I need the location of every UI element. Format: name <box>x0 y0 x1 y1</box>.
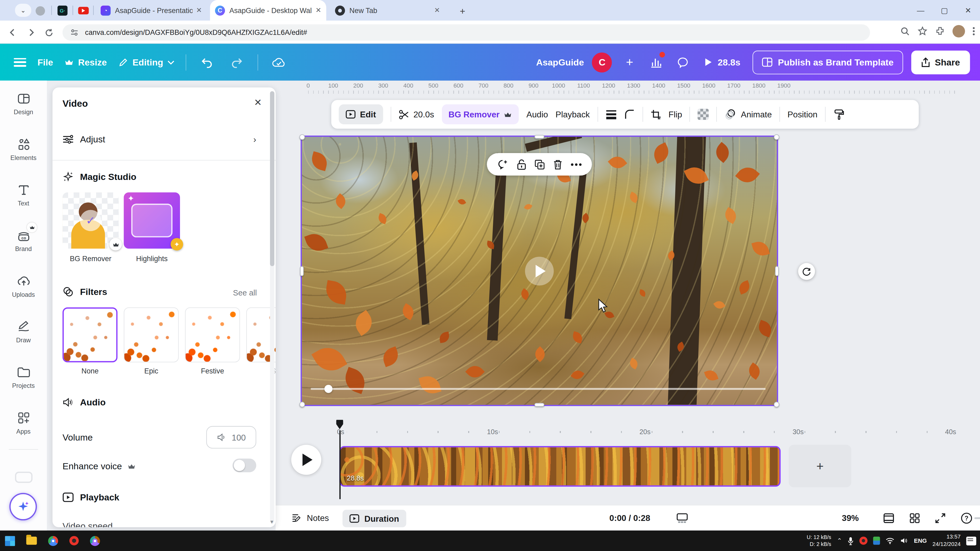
help-button[interactable]: ? <box>961 505 972 531</box>
tray-recorder-icon[interactable] <box>860 537 868 545</box>
fullscreen-button[interactable] <box>935 505 946 531</box>
extensions-icon[interactable] <box>935 26 945 37</box>
sidebar-item-projects[interactable]: Projects <box>0 354 47 400</box>
pinned-tab-youtube[interactable] <box>76 3 91 18</box>
video-progress-bar[interactable] <box>310 388 765 390</box>
zoom-icon[interactable] <box>900 26 910 37</box>
resize-handle-s[interactable] <box>535 403 545 407</box>
trim-button[interactable]: 20.0s <box>398 109 434 120</box>
tab-close-icon[interactable]: ✕ <box>196 6 202 14</box>
enhance-voice-toggle[interactable] <box>232 459 256 472</box>
bookmark-star-icon[interactable] <box>918 26 928 37</box>
site-settings-icon[interactable] <box>70 28 79 37</box>
start-button[interactable] <box>5 536 15 546</box>
minimize-button[interactable]: — <box>908 0 932 21</box>
invite-member-button[interactable]: + <box>620 53 639 71</box>
panel-close-button[interactable]: ✕ <box>254 97 262 108</box>
duration-button[interactable]: Duration <box>342 510 406 527</box>
play-preview-button[interactable]: 28.8s <box>701 57 744 67</box>
sidebar-item-brand[interactable]: co Brand <box>0 218 47 263</box>
bg-remover-tool[interactable]: ✓ <box>62 192 119 249</box>
microphone-icon[interactable] <box>848 536 854 545</box>
filter-epic[interactable] <box>124 307 179 362</box>
add-page-button[interactable]: + <box>789 445 851 487</box>
flip-button[interactable]: Flip <box>668 110 682 119</box>
page-manager-button[interactable] <box>883 505 894 531</box>
main-menu-button[interactable] <box>14 58 26 67</box>
weight-button[interactable] <box>605 110 616 119</box>
insights-button[interactable] <box>647 53 666 71</box>
zoom-level[interactable]: 39% <box>842 505 859 531</box>
panel-scrollbar[interactable]: ▼ <box>270 91 274 524</box>
scrollbar-thumb[interactable] <box>270 91 274 266</box>
grid-view-button[interactable] <box>909 505 920 531</box>
rounding-button[interactable] <box>624 110 635 119</box>
position-button[interactable]: Position <box>788 110 818 119</box>
resize-handle-w[interactable] <box>300 266 304 276</box>
playhead[interactable] <box>335 420 344 431</box>
pinned-tab-g[interactable]: G· <box>55 3 70 18</box>
rotate-handle[interactable] <box>798 263 815 280</box>
filters-see-all[interactable]: See all <box>233 289 257 297</box>
pinned-tab-globe[interactable] <box>32 3 48 18</box>
tab-search-button[interactable]: ⌄ <box>15 4 31 17</box>
playback-button[interactable]: Playback <box>555 110 590 119</box>
sidebar-item-apps[interactable]: Apps <box>0 400 47 445</box>
tab-close-icon[interactable]: ✕ <box>316 6 321 14</box>
tray-expand-icon[interactable]: ⌃ <box>837 537 842 544</box>
resize-handle-n[interactable] <box>535 135 545 139</box>
language-indicator[interactable]: ENG <box>914 537 927 544</box>
zoom-slider[interactable] <box>974 517 980 519</box>
recorder-app-icon[interactable] <box>70 536 79 545</box>
profile-avatar[interactable] <box>953 25 965 38</box>
audio-button[interactable]: Audio <box>527 110 548 119</box>
highlights-tool[interactable]: ✦ ✦ <box>124 192 180 249</box>
sidebar-item-draw[interactable]: Draw <box>0 308 47 354</box>
share-button[interactable]: Share <box>911 50 970 74</box>
undo-button[interactable] <box>197 53 216 71</box>
close-button[interactable]: ✕ <box>956 0 980 21</box>
sidebar-item-text[interactable]: Text <box>0 171 47 217</box>
url-bar[interactable]: canva.com/design/DAGXFBBoiYg/0U8xD9Q6AHZ… <box>62 24 870 41</box>
chrome-taskbar-icon[interactable] <box>48 536 58 546</box>
ai-assistant-button[interactable] <box>9 493 37 520</box>
resize-handle-sw[interactable] <box>299 402 305 407</box>
browser-app-icon[interactable] <box>90 536 100 546</box>
add-comment-icon[interactable] <box>497 159 508 170</box>
pages-preview-button[interactable] <box>676 505 688 531</box>
new-tab-button[interactable]: + <box>456 4 469 17</box>
comments-button[interactable] <box>674 53 693 71</box>
tab-newtab[interactable]: New Tab ✕ <box>330 0 445 21</box>
volume-icon[interactable] <box>900 537 908 544</box>
duplicate-icon[interactable] <box>534 159 545 170</box>
file-menu[interactable]: File <box>38 57 53 67</box>
resize-handle-se[interactable] <box>774 402 780 407</box>
notification-center-icon[interactable] <box>966 536 976 545</box>
tab-close-icon[interactable]: ✕ <box>434 6 440 14</box>
copy-style-button[interactable] <box>833 109 844 120</box>
wifi-icon[interactable] <box>886 537 894 544</box>
timeline-clip[interactable]: 28.8s <box>339 446 781 487</box>
adjust-row[interactable]: Adjust › <box>62 129 256 150</box>
sidebar-item-design[interactable]: Design <box>0 81 47 126</box>
bg-remover-button[interactable]: BG Remover <box>442 104 519 124</box>
tab-canva-active[interactable]: C AsapGuide - Desktop Wallpape ✕ <box>210 0 326 21</box>
filter-none[interactable] <box>62 307 118 362</box>
resize-handle-ne[interactable] <box>774 135 780 140</box>
redo-button[interactable] <box>228 53 246 71</box>
notes-button[interactable]: Notes <box>291 505 329 531</box>
volume-control[interactable]: 100 <box>206 426 256 449</box>
clock[interactable]: 13:5724/12/2024 <box>932 534 961 548</box>
file-explorer-icon[interactable] <box>26 537 37 545</box>
crop-button[interactable] <box>650 109 661 120</box>
account-avatar[interactable]: C <box>592 52 612 72</box>
project-title[interactable]: AsapGuide <box>536 57 584 67</box>
video-element[interactable] <box>302 137 777 405</box>
reload-button[interactable] <box>41 25 56 40</box>
forward-button[interactable] <box>24 25 39 40</box>
editing-mode-selector[interactable]: Editing <box>118 57 174 67</box>
video-play-overlay[interactable] <box>525 257 554 286</box>
publish-brand-template-button[interactable]: Publish as Brand Template <box>752 50 903 74</box>
more-options-icon[interactable] <box>570 163 582 166</box>
back-button[interactable] <box>5 25 20 40</box>
